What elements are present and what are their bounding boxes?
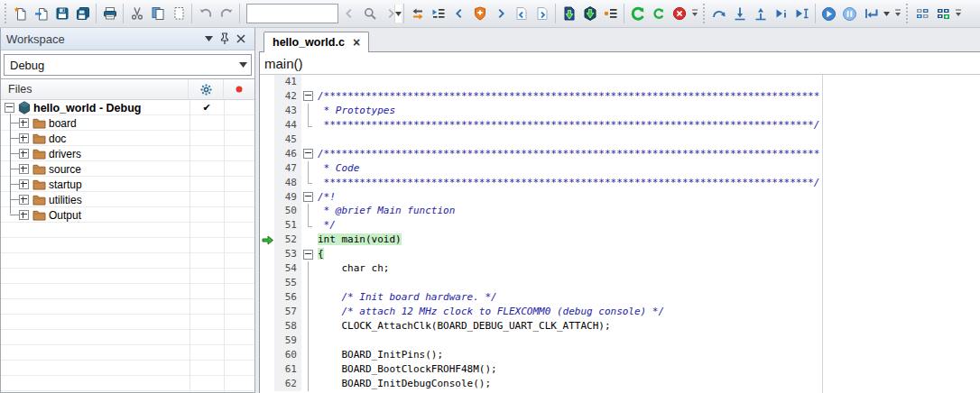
code-text[interactable]: BOARD_InitPins(); (314, 348, 980, 362)
breakpoint-margin[interactable] (260, 190, 274, 205)
expand-expander[interactable] (19, 210, 29, 220)
breakpoint-margin[interactable] (260, 75, 274, 89)
code-text[interactable]: char ch; (314, 261, 980, 276)
code-text[interactable]: ****************************************… (314, 176, 980, 190)
code-text[interactable] (314, 276, 980, 290)
make-button[interactable] (559, 3, 579, 24)
expand-expander[interactable] (19, 133, 29, 143)
code-text[interactable]: /***************************************… (314, 89, 980, 104)
tree-row-folder-board[interactable]: board (1, 115, 254, 131)
function-context-bar[interactable]: main() (260, 52, 980, 75)
breakpoint-margin[interactable] (260, 233, 274, 247)
code-text[interactable]: ****************************************… (314, 118, 980, 133)
expand-expander[interactable] (19, 179, 29, 189)
next-page-button[interactable] (532, 3, 552, 24)
expand-expander[interactable] (19, 164, 29, 174)
toolbar-overflow-button[interactable] (689, 3, 700, 24)
tree-row-folder-source[interactable]: source (1, 161, 254, 177)
breakpoint-margin[interactable] (260, 290, 274, 305)
redo-button[interactable] (216, 3, 236, 24)
toolbar-overflow-button[interactable] (953, 3, 964, 24)
stop-debugging-button[interactable] (860, 3, 881, 24)
fold-collapse-box[interactable] (303, 192, 313, 202)
tab-hello-world-c[interactable]: hello_world.c × (263, 32, 369, 52)
fold-toggle[interactable] (301, 247, 314, 261)
code-text[interactable]: * Prototypes (314, 104, 980, 118)
breakpoint-margin[interactable] (260, 118, 274, 133)
configuration-dropdown-button[interactable] (236, 55, 251, 75)
find-previous-button[interactable] (338, 3, 359, 24)
breakpoint-margin[interactable] (260, 89, 274, 104)
code-text[interactable]: /***************************************… (314, 147, 980, 161)
fold-toggle[interactable] (301, 190, 314, 205)
toolbar-grip[interactable] (4, 4, 8, 23)
code-text[interactable]: BOARD_InitDebugConsole(); (314, 377, 980, 391)
fold-collapse-box[interactable] (303, 250, 313, 260)
expand-expander[interactable] (19, 149, 29, 159)
batch-build-button[interactable] (600, 3, 621, 24)
memory-toolbar-grip[interactable] (905, 4, 910, 23)
fold-collapse-box[interactable] (303, 149, 313, 159)
tree-row-project[interactable]: hello_world - Debug✔ (1, 100, 254, 115)
memory-window-button[interactable] (911, 3, 932, 24)
breakpoint-margin[interactable] (260, 161, 274, 176)
code-text[interactable] (314, 75, 980, 89)
tree-row-folder-startup[interactable]: startup (1, 177, 254, 192)
paste-button[interactable] (168, 3, 189, 24)
code-text[interactable]: /*! (314, 190, 980, 205)
breakpoint-margin[interactable] (260, 133, 274, 147)
code-text[interactable] (314, 334, 980, 348)
breakpoint-margin[interactable] (260, 319, 274, 334)
configuration-dropdown[interactable]: Debug (4, 54, 252, 76)
print-button[interactable] (99, 3, 120, 24)
previous-bookmark-button[interactable] (448, 3, 469, 24)
code-text[interactable] (314, 133, 980, 147)
breakpoint-margin[interactable] (260, 147, 274, 161)
find-button[interactable] (359, 3, 380, 24)
workspace-pin-button[interactable] (217, 31, 233, 47)
open-document-button[interactable] (31, 3, 51, 24)
code-text[interactable]: { (314, 247, 980, 261)
save-all-button[interactable] (72, 3, 93, 24)
breakpoint-margin[interactable] (260, 377, 274, 391)
break-button[interactable] (839, 3, 860, 24)
tree-row-folder-drivers[interactable]: drivers (1, 146, 254, 161)
download-and-debug-button[interactable] (579, 3, 600, 24)
undo-button[interactable] (195, 3, 216, 24)
compile-file-button[interactable] (648, 3, 669, 24)
next-statement-button[interactable] (771, 3, 791, 24)
debug-toolbar-grip[interactable] (702, 4, 707, 23)
code-text[interactable]: * @brief Main function (314, 204, 980, 218)
cut-button[interactable] (126, 3, 147, 24)
code-text[interactable]: BOARD_BootClockFROHF48M(); (314, 362, 980, 377)
breakpoint-margin[interactable] (260, 334, 274, 348)
save-button[interactable] (51, 3, 72, 24)
code-text[interactable]: */ (314, 218, 980, 233)
breakpoint-margin[interactable] (260, 204, 274, 218)
options-column-header[interactable] (189, 79, 224, 99)
step-into-button[interactable] (729, 3, 750, 24)
workspace-title-bar[interactable]: Workspace (1, 28, 254, 50)
expand-expander[interactable] (19, 195, 29, 205)
symbolic-memory-window-button[interactable] (932, 3, 953, 24)
go-to-function-button[interactable] (428, 3, 448, 24)
breakpoint-margin[interactable] (260, 218, 274, 233)
code-text[interactable]: /* attach 12 MHz clock to FLEXCOMM0 (deb… (314, 305, 980, 319)
stop-build-button[interactable] (669, 3, 689, 24)
breakpoint-margin[interactable] (260, 247, 274, 261)
tab-close-icon[interactable]: × (353, 38, 360, 47)
toolbar-overflow-button[interactable] (892, 3, 903, 24)
breakpoint-margin[interactable] (260, 348, 274, 362)
breakpoint-margin[interactable] (260, 276, 274, 290)
fold-toggle[interactable] (301, 147, 314, 161)
code-text[interactable]: int main(void) (314, 233, 980, 247)
toggle-bookmark-button[interactable] (469, 3, 490, 24)
find-next-button[interactable] (380, 3, 401, 24)
step-out-button[interactable] (750, 3, 771, 24)
navigate-back-forward-button[interactable] (407, 3, 428, 24)
files-column-header[interactable]: Files (1, 79, 189, 99)
new-document-button[interactable] (10, 3, 31, 24)
fold-collapse-box[interactable] (303, 91, 313, 101)
workspace-close-button[interactable] (233, 31, 249, 47)
tree-row-folder-output[interactable]: Output (1, 207, 254, 223)
